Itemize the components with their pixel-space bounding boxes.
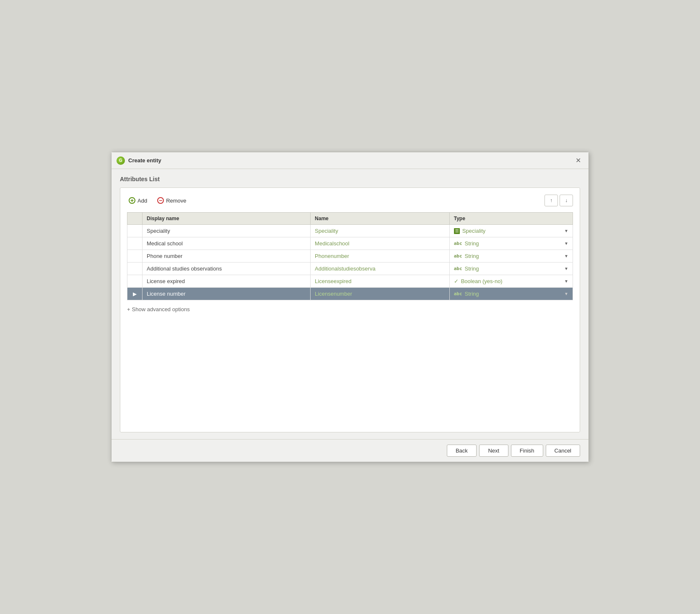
table-row[interactable]: Additional studies observationsAdditiona…	[127, 263, 573, 275]
row-selected-arrow: ▶	[129, 291, 140, 297]
row-name: Phonenumber	[311, 250, 450, 263]
table-row[interactable]: Medical schoolMedicalschoolabcString▼	[127, 237, 573, 250]
type-icon-string: abc	[454, 253, 462, 259]
remove-button[interactable]: − Remove	[156, 196, 188, 205]
table-row[interactable]: SpecialitySpeciality☷Speciality▼	[127, 225, 573, 237]
cancel-button[interactable]: Cancel	[546, 445, 580, 457]
row-selector-cell	[127, 250, 143, 263]
add-label: Add	[137, 198, 147, 204]
row-display-name: Phone number	[143, 250, 311, 263]
title-bar-left: G Create entity	[117, 156, 161, 165]
row-type[interactable]: abcString▼	[449, 288, 573, 300]
table-row[interactable]: ▶License numberLicensenumberabcString▼	[127, 288, 573, 300]
row-selector-cell	[127, 225, 143, 237]
add-icon: +	[129, 197, 135, 204]
row-type[interactable]: abcString▼	[449, 263, 573, 275]
title-bar: G Create entity ✕	[111, 152, 589, 169]
create-entity-dialog: G Create entity ✕ Attributes List + Add …	[111, 152, 589, 462]
move-up-button[interactable]: ↑	[544, 195, 558, 206]
row-display-name: Medical school	[143, 237, 311, 250]
col-display-name: Display name	[143, 213, 311, 225]
col-type: Type	[449, 213, 573, 225]
main-content: Attributes List + Add − Remove ↑ ↓	[111, 169, 589, 439]
row-display-name: Speciality	[143, 225, 311, 237]
toolbar-right: ↑ ↓	[544, 195, 573, 206]
type-dropdown-arrow[interactable]: ▼	[564, 254, 568, 258]
type-dropdown-arrow[interactable]: ▼	[564, 266, 568, 271]
type-dropdown-arrow[interactable]: ▼	[564, 229, 568, 233]
table-header-row: Display name Name Type	[127, 213, 573, 225]
toolbar-left: + Add − Remove	[127, 196, 188, 205]
type-icon-string: abc	[454, 291, 462, 297]
type-label: String	[465, 265, 479, 272]
row-type[interactable]: abcString▼	[449, 237, 573, 250]
col-name: Name	[311, 213, 450, 225]
app-icon: G	[117, 156, 125, 165]
dialog-title: Create entity	[128, 157, 161, 164]
type-icon-string: abc	[454, 241, 462, 246]
section-title: Attributes List	[120, 176, 580, 182]
show-advanced-label: Show advanced options	[132, 306, 190, 312]
type-icon-speciality: ☷	[454, 228, 460, 234]
type-label: String	[465, 240, 479, 247]
type-label: String	[465, 253, 479, 259]
toolbar: + Add − Remove ↑ ↓	[127, 195, 573, 206]
row-name: Licensenumber	[311, 288, 450, 300]
row-display-name: License expired	[143, 275, 311, 288]
row-name: Additionalstudiesobserva	[311, 263, 450, 275]
type-dropdown-arrow[interactable]: ▼	[564, 241, 568, 246]
dialog-footer: Back Next Finish Cancel	[111, 439, 589, 462]
type-dropdown-arrow[interactable]: ▼	[564, 279, 568, 284]
row-type[interactable]: abcString▼	[449, 250, 573, 263]
remove-label: Remove	[166, 198, 186, 204]
close-button[interactable]: ✕	[573, 156, 583, 165]
row-type[interactable]: ✓Boolean (yes-no)▼	[449, 275, 573, 288]
plus-icon: +	[127, 306, 130, 312]
back-button[interactable]: Back	[447, 445, 477, 457]
row-selector-cell	[127, 263, 143, 275]
type-label: Boolean (yes-no)	[461, 278, 503, 284]
row-selector-cell	[127, 275, 143, 288]
type-label: Speciality	[462, 228, 486, 234]
table-row[interactable]: License expiredLicenseexpired✓Boolean (y…	[127, 275, 573, 288]
move-down-button[interactable]: ↓	[560, 195, 573, 206]
table-row[interactable]: Phone numberPhonenumberabcString▼	[127, 250, 573, 263]
row-selector-cell	[127, 237, 143, 250]
type-dropdown-arrow[interactable]: ▼	[564, 291, 568, 296]
row-selector-cell: ▶	[127, 288, 143, 300]
row-name: Speciality	[311, 225, 450, 237]
attributes-table: Display name Name Type SpecialitySpecial…	[127, 212, 573, 300]
type-label: String	[465, 291, 479, 297]
col-selector	[127, 213, 143, 225]
finish-button[interactable]: Finish	[511, 445, 543, 457]
row-name: Licenseexpired	[311, 275, 450, 288]
next-button[interactable]: Next	[479, 445, 508, 457]
show-advanced-button[interactable]: + Show advanced options	[127, 306, 190, 312]
remove-icon: −	[157, 197, 164, 204]
attributes-panel: + Add − Remove ↑ ↓	[120, 187, 580, 432]
row-type[interactable]: ☷Speciality▼	[449, 225, 573, 237]
row-display-name: License number	[143, 288, 311, 300]
row-name: Medicalschool	[311, 237, 450, 250]
type-icon-boolean: ✓	[454, 278, 459, 284]
row-display-name: Additional studies observations	[143, 263, 311, 275]
type-icon-string: abc	[454, 266, 462, 271]
add-button[interactable]: + Add	[127, 196, 149, 205]
